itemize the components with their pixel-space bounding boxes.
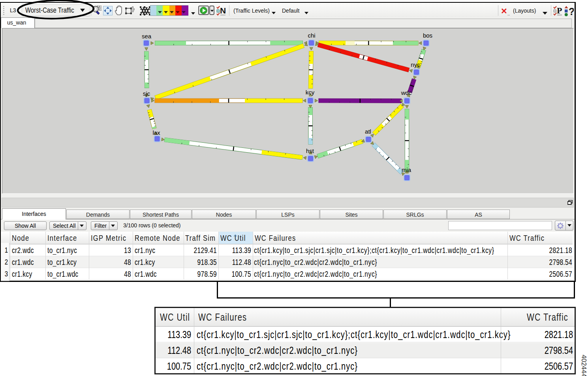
svg-text:nyc: nyc [411, 61, 420, 68]
svg-text:lax: lax [152, 129, 160, 136]
svg-text:kcy: kcy [306, 89, 315, 96]
svg-text:sea: sea [142, 33, 152, 40]
svg-text:atl: atl [365, 128, 371, 135]
svg-text:P: P [557, 6, 562, 15]
svg-text:bos: bos [423, 32, 432, 39]
svg-text:hst: hst [306, 147, 314, 154]
svg-text:wdc: wdc [401, 89, 412, 96]
svg-text:N: N [220, 6, 226, 15]
svg-text:?: ? [569, 6, 574, 17]
svg-text:sjc: sjc [143, 90, 150, 97]
svg-text:chi: chi [308, 32, 315, 39]
svg-text:mia: mia [402, 166, 411, 173]
